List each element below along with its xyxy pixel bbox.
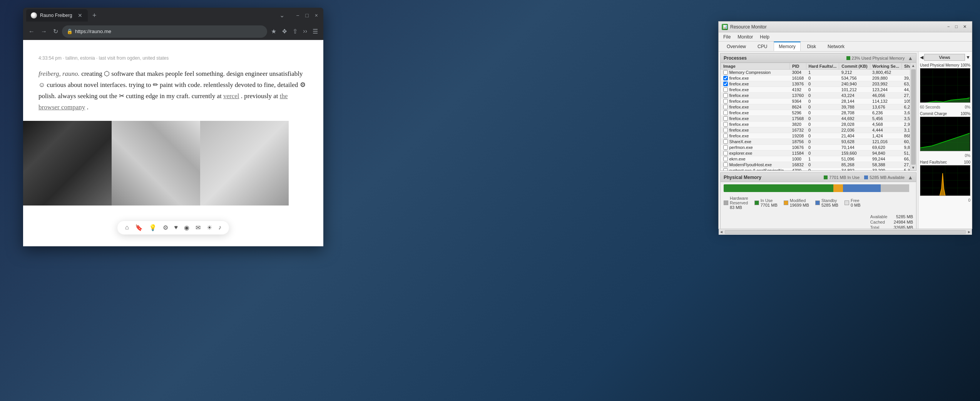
process-working-set: 3,800,452 — [870, 70, 901, 75]
nav-settings-icon[interactable]: ⚙ — [163, 224, 168, 231]
col-pid[interactable]: PID — [790, 63, 806, 70]
bookmark-icon[interactable]: ★ — [269, 25, 279, 37]
processes-badge-text: 23% Used Physical Memory — [852, 56, 905, 60]
tab-close-button[interactable]: ✕ — [77, 12, 83, 19]
rm-menu-help[interactable]: Help — [757, 33, 773, 40]
library-icon[interactable]: ❖ — [279, 25, 289, 37]
stat-cached-value: 24984 MB — [894, 220, 913, 224]
tab-title: Rauno Freiberg — [40, 13, 74, 18]
browser-tab[interactable]: Rauno Freiberg ✕ — [26, 9, 88, 22]
process-name: firefox.exe — [729, 134, 749, 138]
rm-close-button[interactable]: ✕ — [961, 23, 969, 30]
more-icon[interactable]: ›› — [301, 25, 309, 37]
nav-github-icon[interactable]: ◉ — [184, 224, 189, 231]
processes-badge: 23% Used Physical Memory — [846, 56, 905, 60]
address-bar[interactable]: 🔒 https://rauno.me — [62, 25, 267, 38]
views-button[interactable]: Views — [924, 54, 965, 61]
process-shareable: 5,368 — [902, 168, 910, 171]
process-checkbox[interactable] — [723, 99, 728, 104]
col-hard-faults[interactable]: Hard Faults/... — [806, 63, 839, 70]
graph-2-bottom: 0% — [920, 154, 970, 158]
process-checkbox[interactable] — [723, 168, 728, 170]
process-checkbox[interactable] — [723, 82, 728, 86]
rm-menu-file[interactable]: File — [720, 33, 734, 40]
process-hard-faults: 1 — [806, 70, 839, 75]
rm-menu-monitor[interactable]: Monitor — [734, 33, 756, 40]
process-checkbox[interactable] — [723, 116, 728, 121]
process-checkbox[interactable] — [723, 145, 728, 150]
processes-collapse-icon[interactable]: ▲ — [908, 55, 913, 61]
processes-title: Processes — [724, 55, 846, 61]
menu-icon[interactable]: ☰ — [310, 25, 320, 37]
nav-heart-icon[interactable]: ♥ — [174, 224, 178, 231]
close-button[interactable]: × — [313, 12, 320, 19]
legend-hardware-reserved: Hardware Reserved 83 MB — [724, 196, 748, 210]
maximize-button[interactable]: □ — [303, 12, 311, 19]
process-name: perfmon.exe — [729, 145, 753, 150]
process-commit: 534,756 — [839, 75, 870, 81]
process-checkbox[interactable] — [723, 110, 728, 115]
nav-sun-icon[interactable]: ☀ — [207, 224, 212, 231]
process-name: explorer.exe — [729, 151, 753, 155]
process-checkbox[interactable] — [723, 105, 728, 109]
forward-button[interactable]: → — [38, 26, 49, 37]
share-icon[interactable]: ⇧ — [290, 25, 300, 37]
process-checkbox[interactable] — [723, 157, 728, 161]
legend-hw-label: Hardware — [730, 196, 748, 200]
stat-available-label: Available — [870, 214, 887, 219]
dropdown-icon[interactable]: ⌄ — [279, 12, 284, 19]
process-commit: 51,096 — [839, 156, 870, 162]
rm-tab-memory[interactable]: Memory — [774, 42, 800, 51]
rm-hscrollbar[interactable]: ◄ ► — [719, 229, 972, 235]
process-shareable: 63,468 — [902, 81, 910, 87]
process-checkbox[interactable] — [723, 134, 728, 138]
new-tab-button[interactable]: + — [92, 12, 97, 20]
site-nav-bottom: ⌂ 🔖 💡 ⚙ ♥ ◉ ✉ ☀ ♪ — [117, 221, 229, 235]
nav-bulb-icon[interactable]: 💡 — [149, 224, 157, 231]
rm-maximize-button[interactable]: □ — [953, 23, 960, 30]
process-commit: 39,788 — [839, 104, 870, 110]
graph-3-zero: 0 — [968, 198, 970, 202]
process-checkbox[interactable] — [723, 70, 728, 75]
rm-left-panel: Processes 23% Used Physical Memory ▲ — [719, 52, 918, 229]
col-image[interactable]: Image — [721, 63, 790, 70]
site-image-2 — [112, 121, 200, 206]
legend-inuse-label: In Use — [761, 198, 778, 203]
physical-memory-header[interactable]: Physical Memory 7701 MB In Use 5285 MB A… — [721, 173, 916, 182]
col-shareable[interactable]: Shareable (... — [902, 63, 910, 70]
processes-scrollbar[interactable]: ▲ ▼ — [910, 63, 916, 170]
back-button[interactable]: ← — [26, 26, 37, 37]
browser-titlebar: Rauno Freiberg ✕ + ⌄ − □ × — [23, 8, 323, 23]
rm-tab-overview[interactable]: Overview — [722, 42, 751, 51]
nav-home-icon[interactable]: ⌂ — [125, 224, 129, 231]
process-checkbox[interactable] — [723, 93, 728, 98]
process-commit: 43,224 — [839, 93, 870, 99]
process-checkbox[interactable] — [723, 151, 728, 155]
nav-mail-icon[interactable]: ✉ — [196, 224, 201, 231]
process-checkbox[interactable] — [723, 128, 728, 132]
rm-minimize-button[interactable]: − — [945, 23, 952, 30]
rm-tab-cpu[interactable]: CPU — [753, 42, 772, 51]
process-checkbox[interactable] — [723, 139, 728, 144]
bio-link-vercel[interactable]: vercel — [223, 92, 239, 100]
prev-view-button[interactable]: ◀ — [920, 55, 923, 60]
processes-section-header[interactable]: Processes 23% Used Physical Memory ▲ — [721, 53, 916, 63]
col-working-set[interactable]: Working Se... — [870, 63, 901, 70]
reload-button[interactable]: ↻ — [51, 25, 60, 37]
process-shareable: 3,548 — [902, 116, 910, 122]
next-view-button[interactable]: ▼ — [966, 55, 970, 60]
col-commit[interactable]: Commit (KB) — [839, 63, 870, 70]
nav-bookmark-icon[interactable]: 🔖 — [135, 224, 143, 231]
process-checkbox[interactable] — [723, 87, 728, 92]
process-name: firefox.exe — [729, 93, 749, 98]
stat-group-avail: Available 5285 MB Cached 24984 MB Total … — [870, 214, 913, 229]
process-checkbox[interactable] — [723, 162, 728, 167]
rm-tab-disk[interactable]: Disk — [802, 42, 821, 51]
phys-collapse-icon[interactable]: ▲ — [908, 174, 913, 180]
process-checkbox[interactable] — [723, 76, 728, 80]
rm-tab-network[interactable]: Network — [823, 42, 850, 51]
process-checkbox[interactable] — [723, 122, 728, 127]
process-working-set: 13,676 — [870, 104, 901, 110]
nav-audio-icon[interactable]: ♪ — [218, 224, 221, 231]
minimize-button[interactable]: − — [294, 12, 301, 19]
